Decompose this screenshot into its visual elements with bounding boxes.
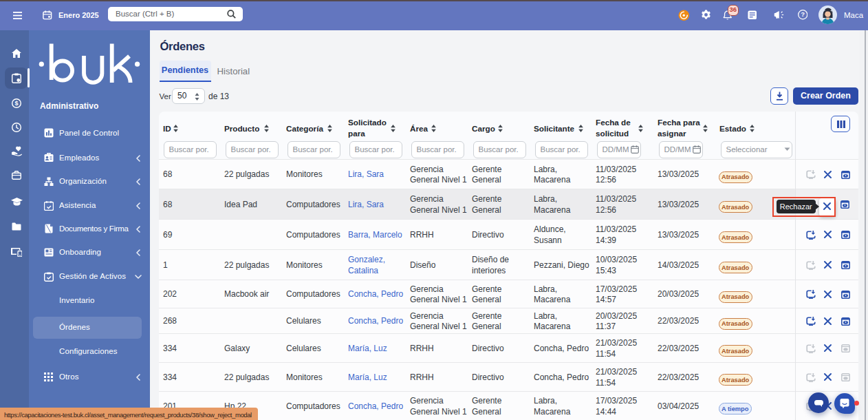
svg-text:$: $ [14, 100, 18, 107]
svg-text:?: ? [801, 11, 805, 18]
